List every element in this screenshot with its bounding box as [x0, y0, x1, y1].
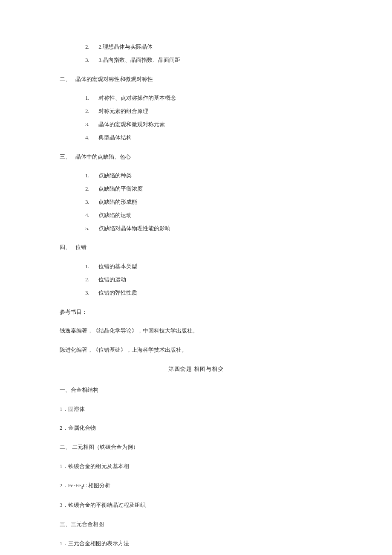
- item-number: 1.: [85, 94, 97, 103]
- list-item: 2. 位错的运动: [85, 275, 332, 284]
- item-text: 位错的弹性性质: [98, 289, 137, 296]
- section-title: 晶体中的点缺陷、色心: [75, 153, 131, 160]
- item-text: 点缺陷的形成能: [98, 199, 137, 205]
- item-text: 点缺陷的运动: [98, 212, 132, 218]
- item-number: 2.: [85, 185, 97, 194]
- item-text: 对称元素的组合原理: [98, 108, 148, 114]
- set4-s1-i2: 2．金属化合物: [60, 424, 332, 433]
- list-item: 1. 点缺陷的种类: [85, 171, 332, 180]
- list-item: 3. 位错的弹性性质: [85, 289, 332, 298]
- item-text: 位错的运动: [98, 276, 126, 283]
- set4-title: 第四套题 相图与相变: [60, 365, 332, 374]
- section-3-list: 1. 点缺陷的种类 2. 点缺陷的平衡浓度 3. 点缺陷的形成能 4. 点缺陷的…: [85, 171, 332, 233]
- item-number: 4.: [85, 133, 97, 142]
- list-item: 3. 晶体的宏观和微观对称元素: [85, 120, 332, 129]
- section-heading-4: 四、 位错: [60, 243, 332, 252]
- item-number: 3.: [85, 289, 97, 298]
- section-heading-3: 三、 晶体中的点缺陷、色心: [60, 153, 332, 162]
- section-4-list: 1. 位错的基本类型 2. 位错的运动 3. 位错的弹性性质: [85, 262, 332, 297]
- set4-s2-heading: 二、 二元相图（铁碳合金为例）: [60, 443, 332, 452]
- section-label: 三、: [60, 153, 71, 160]
- item-text: 点缺陷的平衡浓度: [98, 185, 143, 192]
- reference-1: 钱逸泰编著，《结晶化学导论》，中国科技大学出版社。: [60, 327, 332, 335]
- set4-s3-i1: 1．三元合金相图的表示方法: [60, 539, 332, 548]
- section-2-list: 1. 对称性、点对称操作的基本概念 2. 对称元素的组合原理 3. 晶体的宏观和…: [85, 94, 332, 142]
- top-list: 2. 2.理想晶体与实际晶体 3. 3.晶向指数、晶面指数、晶面间距: [85, 43, 332, 65]
- list-item: 4. 点缺陷的运动: [85, 211, 332, 220]
- item-text: 点缺陷的种类: [98, 172, 132, 179]
- item-number: 2.: [85, 107, 97, 116]
- item-number: 3.: [85, 56, 97, 65]
- list-item: 5. 点缺陷对晶体物理性能的影响: [85, 224, 332, 233]
- section-heading-2: 二、 晶体的宏观对称性和微观对称性: [60, 75, 332, 84]
- section-label: 二、: [60, 76, 71, 82]
- list-item: 4. 典型晶体结构: [85, 133, 332, 142]
- item-text: 典型晶体结构: [98, 134, 132, 141]
- list-item: 1. 位错的基本类型: [85, 262, 332, 271]
- i2-pre: 2．Fe-Fe: [60, 482, 81, 489]
- item-number: 5.: [85, 224, 97, 233]
- item-number: 1.: [85, 262, 97, 271]
- i2-post: C 相图分析: [83, 482, 110, 489]
- set4-s3-heading: 三、三元合金相图: [60, 520, 332, 529]
- item-text: 点缺陷对晶体物理性能的影响: [98, 225, 170, 231]
- list-item: 1. 对称性、点对称操作的基本概念: [85, 94, 332, 103]
- item-text: 对称性、点对称操作的基本概念: [98, 95, 176, 101]
- list-item: 3. 3.晶向指数、晶面指数、晶面间距: [85, 56, 332, 65]
- list-item: 2. 对称元素的组合原理: [85, 107, 332, 116]
- item-number: 1.: [85, 171, 97, 180]
- item-number: 3.: [85, 198, 97, 207]
- item-text: 晶体的宏观和微观对称元素: [98, 121, 165, 127]
- reference-2: 陈进化编著，《位错基础》，上海科学技术出版社。: [60, 346, 332, 355]
- set4-s1-i1: 1．固溶体: [60, 405, 332, 414]
- item-number: 2.: [85, 43, 97, 52]
- set4-s2-i2: 2．Fe-Fe3C 相图分析: [60, 481, 332, 491]
- list-item: 3. 点缺陷的形成能: [85, 198, 332, 207]
- set4-s2-i1: 1．铁碳合金的组元及基本相: [60, 462, 332, 471]
- item-text: 3.晶向指数、晶面指数、晶面间距: [98, 57, 180, 63]
- references-label: 参考书目：: [60, 308, 332, 317]
- section-title: 位错: [75, 244, 86, 250]
- item-number: 2.: [85, 275, 97, 284]
- item-text: 2.理想晶体与实际晶体: [98, 43, 153, 50]
- item-number: 4.: [85, 211, 97, 220]
- list-item: 2. 点缺陷的平衡浓度: [85, 185, 332, 194]
- item-text: 位错的基本类型: [98, 263, 137, 269]
- section-title: 晶体的宏观对称性和微观对称性: [75, 76, 153, 82]
- set4-s2-i3: 3．铁碳合金的平衡结晶过程及组织: [60, 501, 332, 510]
- set4-s1-heading: 一、合金相结构: [60, 386, 332, 395]
- list-item: 2. 2.理想晶体与实际晶体: [85, 43, 332, 52]
- section-label: 四、: [60, 244, 71, 250]
- item-number: 3.: [85, 120, 97, 129]
